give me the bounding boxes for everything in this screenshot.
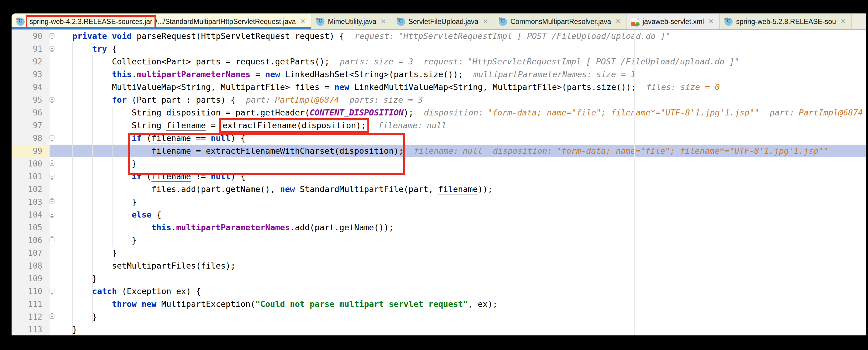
- tab-close-icon[interactable]: ✕: [708, 18, 714, 25]
- code-text[interactable]: for (Part part : parts) {part:PartImpl@6…: [55, 94, 866, 106]
- line-number[interactable]: 97: [11, 119, 50, 132]
- line-number[interactable]: 95: [11, 94, 50, 106]
- code-line[interactable]: 107}: [11, 247, 866, 259]
- code-text[interactable]: catch (Exception ex) {: [55, 285, 866, 298]
- code-line[interactable]: 103}: [11, 196, 866, 208]
- line-number[interactable]: 105: [11, 221, 50, 234]
- code-text[interactable]: this.multipartParameterNames = new Linke…: [55, 68, 866, 81]
- code-line[interactable]: 104else {: [11, 208, 866, 221]
- editor-tab-5[interactable]: javaweb-servlet.xml✕: [627, 14, 720, 29]
- code-text[interactable]: files.add(part.getName(), new StandardMu…: [55, 183, 866, 196]
- code-text[interactable]: }: [55, 247, 866, 259]
- line-number[interactable]: 107: [11, 247, 50, 259]
- code-line[interactable]: 92Collection<Part> parts = request.getPa…: [11, 55, 866, 68]
- code-text[interactable]: this.multipartParameterNames.add(part.ge…: [55, 221, 866, 234]
- code-line[interactable]: 95for (Part part : parts) {part:PartImpl…: [11, 94, 866, 106]
- fold-column: [50, 170, 55, 183]
- fold-column: [50, 208, 55, 221]
- editor-tab-2[interactable]: CMimeUtility.java✕: [311, 14, 392, 29]
- tab-close-icon[interactable]: ✕: [300, 18, 305, 25]
- code-line[interactable]: 106}: [11, 234, 866, 247]
- line-number[interactable]: 103: [11, 196, 50, 208]
- code-line[interactable]: 109}: [11, 272, 866, 285]
- code-text[interactable]: Collection<Part> parts = request.getPart…: [55, 55, 866, 68]
- code-text[interactable]: try {: [55, 42, 866, 55]
- code-token: LinkedHashSet<String>(parts.size());: [280, 70, 463, 79]
- fold-column: [50, 68, 55, 81]
- code-token: null: [211, 172, 230, 181]
- code-line[interactable]: 108setMultipartFiles(files);: [11, 259, 866, 272]
- code-line-current-execution[interactable]: 99filename = extractFilenameWithCharset(…: [11, 145, 866, 158]
- code-text[interactable]: }: [55, 158, 866, 170]
- code-text[interactable]: else {: [55, 208, 866, 221]
- line-number[interactable]: 113: [11, 323, 50, 336]
- code-text[interactable]: filename = extractFilenameWithCharset(di…: [55, 145, 866, 158]
- code-text[interactable]: }: [55, 272, 866, 285]
- tab-close-icon[interactable]: ✕: [483, 18, 488, 25]
- code-line[interactable]: 113}: [11, 323, 866, 336]
- code-text[interactable]: if (filename == null) {: [55, 132, 866, 145]
- line-number[interactable]: 111: [11, 298, 50, 311]
- debug-hint: filename:null: [414, 146, 483, 155]
- tab-label: MimeUtility.java: [328, 18, 376, 26]
- code-line[interactable]: 98if (filename == null) {: [11, 132, 866, 145]
- code-text[interactable]: throw new MultipartException("Could not …: [55, 298, 866, 311]
- code-line[interactable]: 96String disposition = part.getHeader(CO…: [11, 106, 866, 119]
- code-line[interactable]: 111throw new MultipartException("Could n…: [11, 298, 866, 311]
- code-text[interactable]: String filename = extractFilename(dispos…: [55, 119, 866, 132]
- line-number[interactable]: 92: [11, 55, 50, 68]
- code-text[interactable]: MultiValueMap<String, MultipartFile> fil…: [55, 81, 866, 94]
- line-number[interactable]: 104: [11, 208, 50, 221]
- editor-tab-3[interactable]: CServletFileUpload.java✕: [392, 14, 494, 29]
- line-number[interactable]: 90: [11, 30, 50, 42]
- code-token: MultiValueMap<String, MultipartFile> fil…: [112, 82, 335, 92]
- code-line[interactable]: 90private void parseRequest(HttpServletR…: [11, 30, 866, 42]
- line-number[interactable]: 106: [11, 234, 50, 247]
- code-line[interactable]: 110catch (Exception ex) {: [11, 285, 866, 298]
- tab-close-icon[interactable]: ✕: [380, 18, 386, 25]
- code-token: filename: [151, 133, 191, 143]
- code-line[interactable]: 105this.multipartParameterNames.add(part…: [11, 221, 866, 234]
- tab-close-icon[interactable]: ✕: [840, 18, 846, 25]
- line-number[interactable]: 108: [11, 259, 50, 272]
- code-line[interactable]: 94MultiValueMap<String, MultipartFile> f…: [11, 81, 866, 94]
- code-text[interactable]: setMultipartFiles(files);: [55, 259, 866, 272]
- code-line[interactable]: 91try {: [11, 42, 866, 55]
- code-line[interactable]: 112}: [11, 311, 866, 323]
- editor-tab-1[interactable]: Cspring-web-4.2.3.RELEASE-sources.jar/..…: [11, 14, 311, 29]
- line-number[interactable]: 91: [11, 42, 50, 55]
- debug-hint: files:size = 0: [646, 82, 720, 92]
- code-text[interactable]: if (filename != null) {: [55, 170, 866, 183]
- code-line[interactable]: 97String filename = extractFilename(disp…: [11, 119, 866, 132]
- code-text[interactable]: }: [55, 323, 866, 336]
- debug-hint-value: PartImpl@6874: [275, 95, 339, 105]
- code-text[interactable]: }: [55, 234, 866, 247]
- tab-close-icon[interactable]: ✕: [615, 18, 621, 25]
- line-number[interactable]: 96: [11, 106, 50, 119]
- debug-hint: part:PartImpl@6874: [246, 95, 339, 105]
- line-number[interactable]: 98: [11, 132, 50, 145]
- line-number[interactable]: 101: [11, 170, 50, 183]
- editor-tab-6[interactable]: Cspring-web-5.2.8.RELEASE-sou✕: [720, 14, 851, 29]
- line-number[interactable]: 93: [11, 68, 50, 81]
- line-number[interactable]: 112: [11, 311, 50, 323]
- line-number[interactable]: 94: [11, 81, 50, 94]
- code-line[interactable]: 102files.add(part.getName(), new Standar…: [11, 183, 866, 196]
- code-line[interactable]: 101if (filename != null) {: [11, 170, 866, 183]
- code-token: CONTENT_DISPOSITION: [310, 108, 404, 117]
- code-text[interactable]: private void parseRequest(HttpServletReq…: [55, 30, 866, 42]
- code-line[interactable]: 100}: [11, 158, 866, 170]
- code-text[interactable]: String disposition = part.getHeader(CONT…: [55, 106, 866, 119]
- code-line[interactable]: 93this.multipartParameterNames = new Lin…: [11, 68, 866, 81]
- code-token: ));: [478, 184, 493, 194]
- line-number[interactable]: 109: [11, 272, 50, 285]
- line-number[interactable]: 99: [11, 145, 50, 158]
- line-number[interactable]: 100: [11, 158, 50, 170]
- code-area[interactable]: 90private void parseRequest(HttpServletR…: [11, 30, 866, 336]
- code-text[interactable]: }: [55, 196, 866, 208]
- line-number[interactable]: 102: [11, 183, 50, 196]
- fold-column: [50, 323, 55, 336]
- line-number[interactable]: 110: [11, 285, 50, 298]
- code-text[interactable]: }: [55, 311, 866, 323]
- editor-tab-4[interactable]: CCommonsMultipartResolver.java✕: [494, 14, 627, 29]
